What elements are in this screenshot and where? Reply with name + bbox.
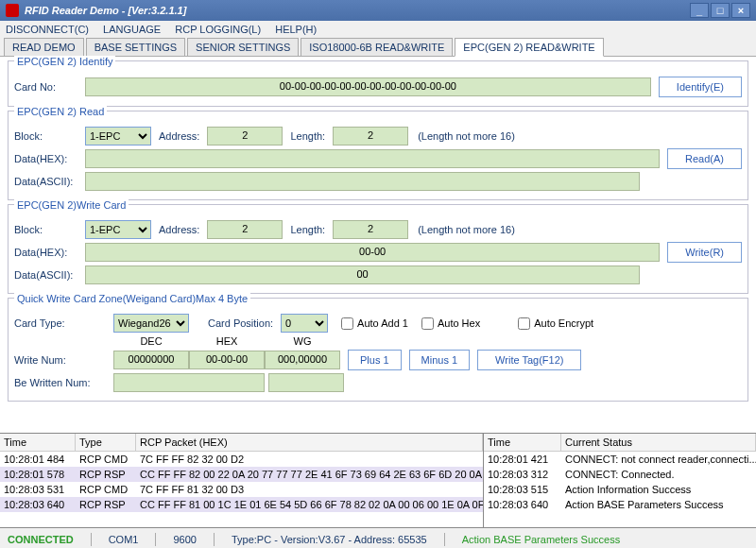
data-hex-field[interactable]: 00-00: [85, 243, 660, 262]
log-row[interactable]: 10:28:01 421CONNECT: not connect reader,…: [484, 452, 756, 467]
block-select[interactable]: 1-EPC: [85, 127, 151, 146]
write-button[interactable]: Write(R): [667, 242, 742, 263]
minimize-button[interactable]: _: [690, 3, 709, 18]
col-type: Type: [76, 434, 136, 451]
autoadd-checkbox[interactable]: [341, 317, 353, 330]
menubar: DISCONNECT(C) LANGUAGE RCP LOGGING(L) HE…: [0, 21, 756, 38]
data-hex-field[interactable]: [85, 149, 660, 168]
tab-read-demo[interactable]: READ DEMO: [4, 38, 84, 56]
data-ascii-label: Data(ASCII):: [14, 176, 85, 187]
block-label: Block:: [14, 224, 85, 235]
bewritten-label: Be Written Num:: [14, 377, 109, 388]
group-title: EPC(GEN 2) Identify: [14, 56, 115, 67]
dec-field[interactable]: 00000000: [113, 351, 189, 369]
address-label: Address:: [159, 130, 199, 142]
log-row[interactable]: 10:28:03 640RCP RSPCC FF FF 81 00 1C 1E …: [0, 497, 483, 512]
address-label: Address:: [159, 224, 199, 235]
autoadd-label: Auto Add 1: [357, 317, 408, 329]
hex-header: HEX: [189, 335, 265, 347]
status-info: Type:PC - Version:V3.67 - Address: 65535: [232, 534, 427, 545]
data-hex-label: Data(HEX):: [14, 153, 85, 164]
col-status: Current Status: [561, 434, 756, 451]
dec-header: DEC: [113, 335, 189, 347]
log-row[interactable]: 10:28:01 578RCP RSPCC FF FF 82 00 22 0A …: [0, 467, 483, 482]
col-packet: RCP Packet (HEX): [136, 434, 483, 451]
cardtype-label: Card Type:: [14, 317, 85, 329]
length-field[interactable]: 2: [333, 127, 408, 146]
status-port: COM1: [109, 534, 139, 545]
wg-header: WG: [265, 335, 340, 347]
cardpos-label: Card Position:: [208, 317, 273, 329]
data-hex-label: Data(HEX):: [14, 247, 85, 258]
menu-disconnect[interactable]: DISCONNECT(C): [6, 24, 89, 35]
autohex-label: Auto Hex: [438, 317, 480, 329]
log-row[interactable]: 10:28:03 515Action Information Success: [484, 482, 756, 497]
minus-button[interactable]: Minus 1: [409, 350, 471, 370]
status-baud: 9600: [173, 534, 196, 545]
cardno-label: Card No:: [14, 81, 85, 93]
status-message: Action BASE Parameters Success: [462, 534, 621, 545]
log-row[interactable]: 10:28:03 531RCP CMD7C FF FF 81 32 00 D3: [0, 482, 483, 497]
identify-button[interactable]: Identify(E): [659, 77, 742, 97]
bewritten-field1[interactable]: [113, 373, 265, 392]
length-label: Length:: [290, 224, 325, 235]
autohex-checkbox[interactable]: [421, 317, 434, 330]
log-row[interactable]: 10:28:03 312CONNECT: Connected.: [484, 467, 756, 482]
app-icon: [6, 4, 19, 17]
tab-epc-gen2[interactable]: EPC(GEN 2) READ&WRITE: [455, 38, 603, 57]
cardtype-select[interactable]: Wiegand26: [113, 314, 189, 333]
autoenc-checkbox[interactable]: [518, 317, 530, 330]
group-title: EPC(GEN 2)Write Card: [14, 199, 129, 211]
statusbar: CONNECTED COM1 9600 Type:PC - Version:V3…: [0, 527, 756, 548]
autoenc-label: Auto Encrypt: [534, 317, 593, 329]
writetag-button[interactable]: Write Tag(F12): [477, 350, 581, 370]
tabbar: READ DEMO BASE SETTINGS SENIOR SETTINGS …: [0, 38, 756, 57]
menu-help[interactable]: HELP(H): [275, 24, 317, 35]
writenum-label: Write Num:: [14, 354, 85, 366]
length-label: Length:: [290, 130, 325, 142]
group-quick-write: Quick Write Card Zone(Weigand Card)Max 4…: [8, 298, 748, 402]
data-ascii-label: Data(ASCII):: [14, 269, 85, 281]
menu-language[interactable]: LANGUAGE: [103, 24, 161, 35]
group-write: EPC(GEN 2)Write Card Block: 1-EPC Addres…: [8, 204, 748, 294]
group-title: EPC(GEN 2) Read: [14, 106, 107, 117]
cardpos-select[interactable]: 0: [281, 314, 328, 333]
maximize-button[interactable]: □: [711, 3, 730, 18]
length-field[interactable]: 2: [333, 220, 408, 239]
col-time: Time: [484, 434, 561, 451]
block-label: Block:: [14, 130, 85, 142]
col-time: Time: [0, 434, 76, 451]
bewritten-field2[interactable]: [268, 373, 344, 392]
data-ascii-field[interactable]: 00: [85, 265, 640, 284]
address-field[interactable]: 2: [207, 127, 283, 146]
window-title: RFID Reader Demo - [Ver:3.2.1.1]: [25, 5, 186, 16]
group-identify: EPC(GEN 2) Identify Card No: 00-00-00-00…: [8, 60, 748, 107]
length-note: (Length not more 16): [418, 130, 515, 142]
titlebar: RFID Reader Demo - [Ver:3.2.1.1] _ □ ×: [0, 0, 756, 21]
read-button[interactable]: Read(A): [667, 148, 742, 169]
status-connection: CONNECTED: [8, 534, 74, 545]
cardno-field[interactable]: 00-00-00-00-00-00-00-00-00-00-00-00: [85, 77, 651, 96]
address-field[interactable]: 2: [207, 220, 283, 239]
log-right[interactable]: Time Current Status 10:28:01 421CONNECT:…: [484, 434, 756, 527]
menu-rcp-logging[interactable]: RCP LOGGING(L): [175, 24, 261, 35]
hex-field[interactable]: 00-00-00: [189, 351, 265, 369]
log-row[interactable]: 10:28:01 484RCP CMD7C FF FF 82 32 00 D2: [0, 452, 483, 467]
data-ascii-field[interactable]: [85, 172, 640, 191]
log-panel: Time Type RCP Packet (HEX) 10:28:01 484R…: [0, 433, 756, 527]
group-read: EPC(GEN 2) Read Block: 1-EPC Address: 2 …: [8, 111, 748, 200]
tab-iso18000[interactable]: ISO18000-6B READ&WRITE: [301, 38, 453, 56]
tab-base-settings[interactable]: BASE SETTINGS: [86, 38, 185, 56]
block-select[interactable]: 1-EPC: [85, 220, 151, 239]
tab-senior-settings[interactable]: SENIOR SETTINGS: [187, 38, 299, 56]
close-button[interactable]: ×: [731, 3, 750, 18]
group-title: Quick Write Card Zone(Weigand Card)Max 4…: [14, 293, 250, 304]
wg-field[interactable]: 000,00000: [265, 351, 340, 369]
plus-button[interactable]: Plus 1: [348, 350, 402, 370]
length-note: (Length not more 16): [418, 224, 515, 235]
content-panel: EPC(GEN 2) Identify Card No: 00-00-00-00…: [0, 57, 756, 433]
log-row[interactable]: 10:28:03 640Action BASE Parameters Succe…: [484, 497, 756, 512]
log-left[interactable]: Time Type RCP Packet (HEX) 10:28:01 484R…: [0, 434, 484, 527]
